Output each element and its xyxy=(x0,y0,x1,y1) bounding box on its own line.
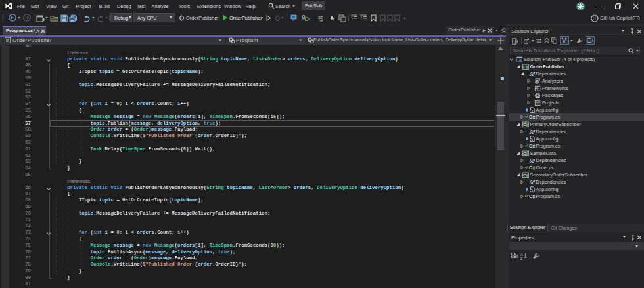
svg-text:C: C xyxy=(529,195,532,199)
svg-text:C: C xyxy=(523,152,526,155)
svg-text:C: C xyxy=(523,173,526,177)
svg-text:Z: Z xyxy=(520,256,523,260)
svg-text:C: C xyxy=(529,166,532,171)
svg-text:C: C xyxy=(523,123,526,127)
svg-text:ab: ab xyxy=(318,15,323,20)
svg-text:C: C xyxy=(529,115,532,120)
svg-text:C: C xyxy=(529,144,532,149)
svg-text:C: C xyxy=(523,65,526,69)
